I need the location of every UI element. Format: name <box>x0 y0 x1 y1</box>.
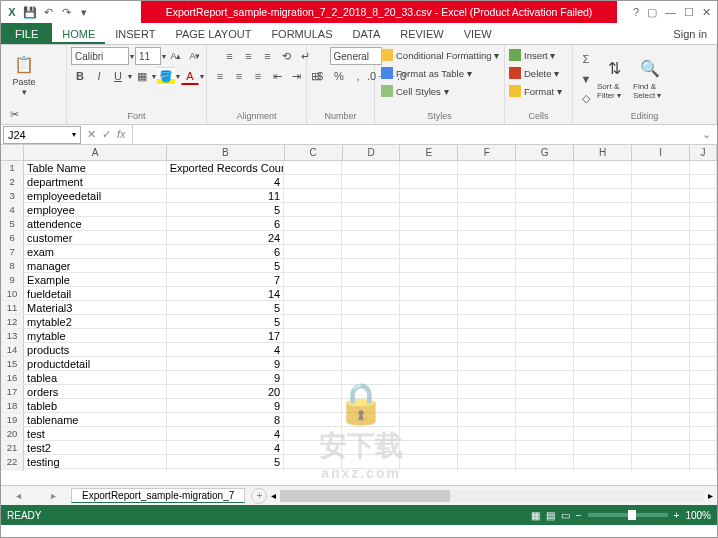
cell[interactable]: tableb <box>24 399 167 413</box>
cell[interactable] <box>632 385 690 399</box>
row-header[interactable]: 5 <box>1 217 24 231</box>
cell[interactable] <box>284 161 342 175</box>
align-top-icon[interactable]: ≡ <box>221 47 239 65</box>
cell[interactable] <box>284 175 342 189</box>
cell[interactable] <box>458 441 516 455</box>
cell[interactable] <box>400 427 458 441</box>
cell[interactable]: test2 <box>24 441 167 455</box>
cell[interactable] <box>516 343 574 357</box>
cell[interactable] <box>458 371 516 385</box>
cell[interactable] <box>516 329 574 343</box>
cell[interactable] <box>458 175 516 189</box>
cell[interactable] <box>516 413 574 427</box>
cell[interactable] <box>516 301 574 315</box>
cell[interactable] <box>516 469 574 471</box>
cell[interactable] <box>458 315 516 329</box>
underline-button[interactable]: U <box>109 67 127 85</box>
cell[interactable] <box>574 231 632 245</box>
cell[interactable]: 24 <box>167 231 285 245</box>
cell[interactable] <box>690 469 717 471</box>
cell[interactable] <box>632 357 690 371</box>
cell[interactable] <box>574 329 632 343</box>
cell[interactable] <box>458 301 516 315</box>
cell[interactable] <box>458 455 516 469</box>
cell[interactable]: 9 <box>167 371 285 385</box>
cell[interactable] <box>690 343 717 357</box>
cell[interactable] <box>284 427 342 441</box>
cell[interactable] <box>284 189 342 203</box>
cell[interactable] <box>458 273 516 287</box>
sheet-nav-last-icon[interactable]: ▸ <box>51 490 56 501</box>
cell[interactable]: employeedetail <box>24 189 167 203</box>
row-header[interactable]: 9 <box>1 273 24 287</box>
cell[interactable] <box>400 469 458 471</box>
cell[interactable] <box>516 385 574 399</box>
cell[interactable]: mytable2 <box>24 315 167 329</box>
zoom-in-icon[interactable]: + <box>674 510 680 521</box>
cell[interactable] <box>690 217 717 231</box>
cell[interactable] <box>690 329 717 343</box>
cell[interactable] <box>574 301 632 315</box>
table-row[interactable]: 23 <box>1 469 717 471</box>
view-page-break-icon[interactable]: ▭ <box>561 510 570 521</box>
row-header[interactable]: 11 <box>1 301 24 315</box>
cell[interactable] <box>690 175 717 189</box>
cell[interactable] <box>400 343 458 357</box>
cell[interactable] <box>458 329 516 343</box>
clear-icon[interactable]: ◇ <box>577 90 595 108</box>
cell[interactable]: 7 <box>167 273 285 287</box>
orientation-icon[interactable]: ⟲ <box>278 47 296 65</box>
row-header[interactable]: 23 <box>1 469 24 471</box>
col-header-i[interactable]: I <box>632 145 690 160</box>
cell[interactable] <box>690 385 717 399</box>
save-icon[interactable]: 💾 <box>23 5 37 19</box>
cell[interactable] <box>690 301 717 315</box>
table-row[interactable]: 11Material35 <box>1 301 717 315</box>
cell[interactable] <box>342 189 400 203</box>
cell[interactable] <box>690 399 717 413</box>
help-icon[interactable]: ? <box>633 6 639 18</box>
sign-in-link[interactable]: Sign in <box>673 28 717 40</box>
font-size-select[interactable]: 11 <box>135 47 161 65</box>
cell[interactable] <box>400 413 458 427</box>
cell[interactable] <box>574 287 632 301</box>
cell[interactable] <box>342 273 400 287</box>
cell[interactable]: 5 <box>167 455 285 469</box>
table-row[interactable]: 1Table NameExported Records Count <box>1 161 717 175</box>
cell[interactable]: 9 <box>167 399 285 413</box>
row-header[interactable]: 12 <box>1 315 24 329</box>
cell[interactable] <box>284 441 342 455</box>
cell[interactable]: fueldetail <box>24 287 167 301</box>
cell[interactable] <box>284 259 342 273</box>
cell[interactable] <box>574 399 632 413</box>
cell[interactable] <box>284 371 342 385</box>
fill-icon[interactable]: ▼ <box>577 70 595 88</box>
cell[interactable] <box>574 469 632 471</box>
table-row[interactable]: 7exam6 <box>1 245 717 259</box>
cell[interactable] <box>516 455 574 469</box>
cell[interactable] <box>516 189 574 203</box>
cell-styles-button[interactable]: Cell Styles ▾ <box>381 83 449 99</box>
cell[interactable] <box>574 175 632 189</box>
table-row[interactable]: 8manager5 <box>1 259 717 273</box>
cell[interactable] <box>516 287 574 301</box>
cell[interactable] <box>574 189 632 203</box>
row-header[interactable]: 6 <box>1 231 24 245</box>
cell[interactable] <box>342 161 400 175</box>
cell[interactable] <box>690 287 717 301</box>
cell[interactable] <box>400 371 458 385</box>
cell[interactable] <box>458 231 516 245</box>
table-row[interactable]: 10fueldetail14 <box>1 287 717 301</box>
view-normal-icon[interactable]: ▦ <box>531 510 540 521</box>
cell[interactable] <box>574 217 632 231</box>
cell[interactable] <box>284 217 342 231</box>
row-header[interactable]: 2 <box>1 175 24 189</box>
cell[interactable] <box>342 371 400 385</box>
cell[interactable]: 4 <box>167 427 285 441</box>
cell[interactable] <box>167 469 285 471</box>
cell[interactable]: mytable <box>24 329 167 343</box>
border-icon[interactable]: ▦ <box>133 67 151 85</box>
cell[interactable]: test <box>24 427 167 441</box>
cell[interactable] <box>342 455 400 469</box>
cell[interactable] <box>342 413 400 427</box>
